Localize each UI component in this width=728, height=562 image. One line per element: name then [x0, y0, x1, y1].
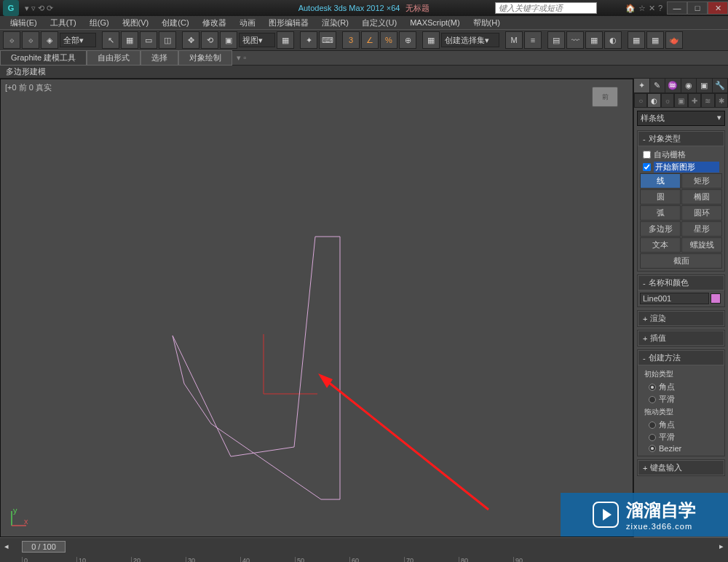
- utilities-tab-icon[interactable]: 🔧: [713, 79, 729, 92]
- filter-dropdown[interactable]: 全部 ▾: [60, 33, 96, 47]
- cameras-cat-icon[interactable]: ▣: [674, 93, 687, 108]
- initial-smooth-radio[interactable]: 平滑: [640, 393, 722, 405]
- object-color-swatch[interactable]: [711, 293, 721, 304]
- select-window-icon[interactable]: ◫: [159, 31, 176, 49]
- autogrid-checkbox[interactable]: [643, 151, 651, 159]
- drag-corner-radio[interactable]: 角点: [640, 419, 722, 431]
- align-icon[interactable]: ≡: [524, 31, 542, 49]
- motion-tab-icon[interactable]: ◉: [681, 79, 697, 92]
- select-rect-icon[interactable]: ▭: [140, 31, 157, 49]
- editnamed-icon[interactable]: ▦: [422, 31, 440, 49]
- maximize-button[interactable]: □: [687, 1, 708, 15]
- menu-modifier[interactable]: 修改器: [197, 17, 232, 28]
- method-header[interactable]: -创建方法: [638, 350, 724, 365]
- space-cat-icon[interactable]: ≋: [701, 93, 714, 108]
- menu-group[interactable]: 组(G): [84, 17, 115, 28]
- minimize-button[interactable]: —: [667, 1, 687, 15]
- drag-smooth-radio[interactable]: 平滑: [640, 431, 722, 443]
- angle-snap-icon[interactable]: ∠: [361, 31, 379, 49]
- shape-text-button[interactable]: 文本: [640, 237, 681, 253]
- hierarchy-tab-icon[interactable]: ♒: [665, 79, 681, 92]
- ribbon-tab-freeform[interactable]: 自由形式: [87, 50, 141, 66]
- ribbon-collapse-icon[interactable]: ▾ ▫: [237, 53, 246, 63]
- infocenter-icons[interactable]: 🏠☆✕?: [625, 4, 662, 13]
- shapes-cat-icon[interactable]: ◐: [647, 93, 660, 108]
- bind-icon[interactable]: ◈: [41, 31, 58, 49]
- startnew-checkbox[interactable]: [643, 163, 651, 171]
- menu-edit[interactable]: 编辑(E): [4, 17, 43, 28]
- spinner-snap-icon[interactable]: ⊕: [399, 31, 416, 49]
- layers-icon[interactable]: ▤: [547, 31, 565, 49]
- render-header[interactable]: +渲染: [638, 311, 724, 326]
- shape-ellipse-button[interactable]: 椭圆: [681, 189, 722, 205]
- menu-custom[interactable]: 自定义(U): [356, 17, 403, 28]
- app-icon[interactable]: G: [3, 0, 19, 16]
- percent-snap-icon[interactable]: %: [380, 31, 397, 49]
- named-sel-dropdown[interactable]: 创建选择集 ▾: [441, 33, 499, 47]
- menu-create[interactable]: 创建(C): [156, 17, 194, 28]
- ribbon-panel[interactable]: 多边形建模: [0, 66, 728, 79]
- menu-render[interactable]: 渲染(R): [316, 17, 355, 28]
- helpers-cat-icon[interactable]: ✚: [688, 93, 701, 108]
- shape-circle-button[interactable]: 圆: [640, 189, 681, 205]
- scale-icon[interactable]: ▣: [220, 31, 237, 49]
- menu-view[interactable]: 视图(V): [116, 17, 155, 28]
- interp-header[interactable]: +插值: [638, 331, 724, 346]
- select-name-icon[interactable]: ▦: [121, 31, 138, 49]
- timeline-left-icon[interactable]: ◂: [4, 542, 9, 551]
- rendered-frame-icon[interactable]: ▦: [646, 31, 664, 49]
- menu-tools[interactable]: 工具(T): [44, 17, 82, 28]
- shape-arc-button[interactable]: 弧: [640, 205, 681, 221]
- select-icon[interactable]: ↖: [102, 31, 119, 49]
- display-tab-icon[interactable]: ▣: [697, 79, 713, 92]
- geometry-cat-icon[interactable]: ○: [634, 93, 647, 108]
- rotate-icon[interactable]: ⟲: [201, 31, 218, 49]
- lights-cat-icon[interactable]: ☼: [661, 93, 674, 108]
- subcategory-dropdown[interactable]: 样条线▾: [637, 111, 725, 126]
- ribbon-tab-graphite[interactable]: Graphite 建模工具: [0, 50, 87, 66]
- systems-cat-icon[interactable]: ✱: [715, 93, 728, 108]
- time-slider-handle[interactable]: 0 / 100: [22, 541, 66, 553]
- keyboard-header[interactable]: +键盘输入: [638, 460, 724, 475]
- viewport[interactable]: [+0 前 0 真实 前 y x: [0, 79, 633, 537]
- refcoord-dropdown[interactable]: 视图 ▾: [239, 33, 275, 47]
- snap-icon[interactable]: 3: [342, 31, 360, 49]
- object-type-header[interactable]: -对象类型: [638, 131, 724, 146]
- menu-maxscript[interactable]: MAXScript(M): [404, 18, 465, 27]
- move-icon[interactable]: ✥: [182, 31, 199, 49]
- shape-donut-button[interactable]: 圆环: [681, 205, 722, 221]
- close-button[interactable]: ✕: [708, 1, 728, 15]
- render-icon[interactable]: 🫖: [665, 31, 683, 49]
- help-search-input[interactable]: [495, 2, 597, 14]
- object-name-input[interactable]: [640, 293, 709, 304]
- create-tab-icon[interactable]: ✦: [634, 79, 650, 92]
- time-slider[interactable]: ◂ 0 / 100 ▸: [0, 537, 728, 555]
- window-controls[interactable]: — □ ✕: [667, 1, 728, 15]
- shape-ngon-button[interactable]: 多边形: [640, 221, 681, 237]
- menu-grapheditor[interactable]: 图形编辑器: [263, 17, 314, 28]
- menu-anim[interactable]: 动画: [234, 17, 261, 28]
- manip-icon[interactable]: ✦: [300, 31, 317, 49]
- material-icon[interactable]: ◐: [604, 31, 622, 49]
- link-icon[interactable]: ⟐: [3, 31, 20, 49]
- ribbon-tab-paint[interactable]: 对象绘制: [178, 50, 232, 66]
- mirror-icon[interactable]: M: [505, 31, 523, 49]
- time-ruler[interactable]: 0 10 20 30 40 50 60 70 80 90: [0, 555, 728, 562]
- menu-help[interactable]: 帮助(H): [467, 17, 506, 28]
- pivot-icon[interactable]: ▦: [277, 31, 294, 49]
- shape-line-button[interactable]: 线: [640, 173, 681, 189]
- initial-corner-radio[interactable]: 角点: [640, 381, 722, 393]
- render-setup-icon[interactable]: ▦: [628, 31, 645, 49]
- shape-helix-button[interactable]: 螺旋线: [681, 237, 722, 253]
- curve-editor-icon[interactable]: 〰: [566, 31, 584, 49]
- ribbon-tab-select[interactable]: 选择: [141, 50, 178, 66]
- modify-tab-icon[interactable]: ✎: [650, 79, 666, 92]
- keymode-icon[interactable]: ⌨: [319, 31, 336, 49]
- name-color-header[interactable]: -名称和颜色: [638, 275, 724, 290]
- qat-icons[interactable]: ▾ ▿ ⟲ ⟳: [25, 4, 53, 13]
- drag-bezier-radio[interactable]: Bezier: [640, 443, 722, 454]
- schematic-icon[interactable]: ▦: [585, 31, 603, 49]
- shape-section-button[interactable]: 截面: [640, 253, 722, 269]
- timeline-right-icon[interactable]: ▸: [719, 542, 724, 551]
- shape-rect-button[interactable]: 矩形: [681, 173, 722, 189]
